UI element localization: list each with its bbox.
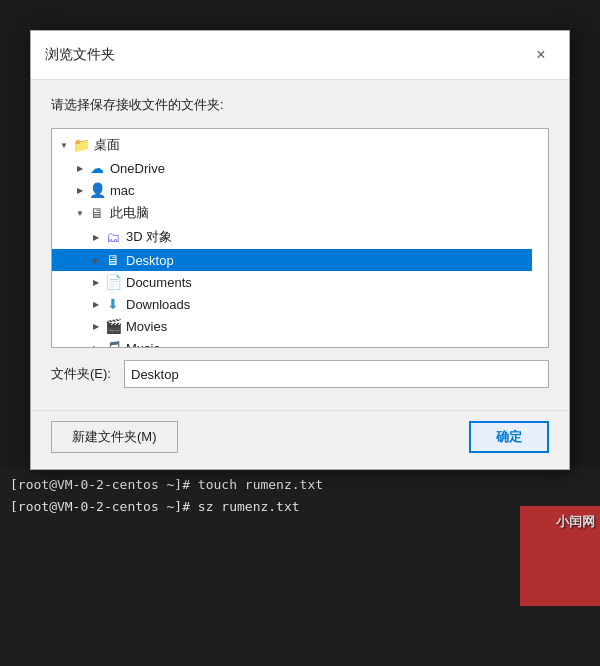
icon-downloads: ⬇ — [104, 296, 122, 312]
icon-documents: 📄 — [104, 274, 122, 290]
expand-icon-downloads — [88, 296, 104, 312]
tree-item-documents[interactable]: 📄 Documents — [52, 271, 532, 293]
new-folder-button[interactable]: 新建文件夹(M) — [51, 421, 178, 453]
tree-item-thispc[interactable]: 🖥 此电脑 — [52, 201, 532, 225]
expand-icon-3dobjects — [88, 229, 104, 245]
buttons-row: 新建文件夹(M) 确定 — [31, 410, 569, 469]
dialog-titlebar: 浏览文件夹 × — [31, 31, 569, 80]
expand-icon-thispc — [72, 205, 88, 221]
tree-label-downloads: Downloads — [126, 297, 190, 312]
expand-icon-mac — [72, 182, 88, 198]
expand-icon-movies — [88, 318, 104, 334]
user-icon-mac: 👤 — [88, 182, 106, 198]
expand-icon-desktop-top — [56, 137, 72, 153]
expand-icon-desktop — [88, 252, 104, 268]
tree-item-desktop[interactable]: 🖥 Desktop — [52, 249, 532, 271]
expand-icon-music — [88, 340, 104, 348]
tree-label-mac: mac — [110, 183, 135, 198]
folder-field-label: 文件夹(E): — [51, 365, 116, 383]
tree-item-movies[interactable]: 🎬 Movies — [52, 315, 532, 337]
browse-folder-dialog: 浏览文件夹 × 请选择保存接收文件的文件夹: 📁 桌面 — [30, 30, 570, 470]
icon-music: 🎵 — [104, 340, 122, 348]
tree-label-music: Music — [126, 341, 160, 349]
tree-label-desktop-top: 桌面 — [94, 136, 120, 154]
dialog-instruction: 请选择保存接收文件的文件夹: — [51, 96, 549, 114]
expand-icon-documents — [88, 274, 104, 290]
tree-label-desktop: Desktop — [126, 253, 174, 268]
tree-item-onedrive[interactable]: ☁ OneDrive — [52, 157, 532, 179]
computer-icon-thispc: 🖥 — [88, 205, 106, 221]
tree-label-3dobjects: 3D 对象 — [126, 228, 172, 246]
tree-item-mac[interactable]: 👤 mac — [52, 179, 532, 201]
icon-desktop: 🖥 — [104, 252, 122, 268]
dialog-title: 浏览文件夹 — [45, 46, 115, 64]
folder-icon-desktop-top: 📁 — [72, 137, 90, 153]
close-button[interactable]: × — [527, 41, 555, 69]
onedrive-icon: ☁ — [88, 160, 106, 176]
icon-movies: 🎬 — [104, 318, 122, 334]
dialog-body: 请选择保存接收文件的文件夹: 📁 桌面 ☁ OneDrive — [31, 80, 569, 410]
icon-3dobjects: 🗂 — [104, 229, 122, 245]
folder-input[interactable] — [124, 360, 549, 388]
tree-item-desktop-top[interactable]: 📁 桌面 — [52, 133, 532, 157]
tree-label-thispc: 此电脑 — [110, 204, 149, 222]
dialog-overlay: 浏览文件夹 × 请选择保存接收文件的文件夹: 📁 桌面 — [0, 0, 600, 666]
folder-tree-container[interactable]: 📁 桌面 ☁ OneDrive 👤 mac — [51, 128, 549, 348]
tree-label-movies: Movies — [126, 319, 167, 334]
tree-item-music[interactable]: 🎵 Music — [52, 337, 532, 348]
tree-label-documents: Documents — [126, 275, 192, 290]
folder-tree-list: 📁 桌面 ☁ OneDrive 👤 mac — [52, 129, 548, 348]
tree-item-downloads[interactable]: ⬇ Downloads — [52, 293, 532, 315]
tree-item-3dobjects[interactable]: 🗂 3D 对象 — [52, 225, 532, 249]
tree-label-onedrive: OneDrive — [110, 161, 165, 176]
expand-icon-onedrive — [72, 160, 88, 176]
folder-field-row: 文件夹(E): — [51, 360, 549, 388]
ok-button[interactable]: 确定 — [469, 421, 549, 453]
